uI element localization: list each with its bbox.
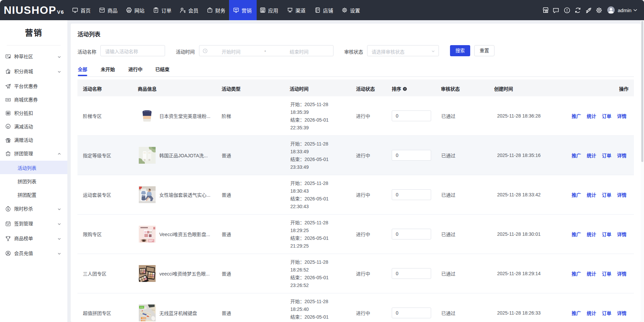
svg-text:?: ?	[404, 88, 406, 91]
